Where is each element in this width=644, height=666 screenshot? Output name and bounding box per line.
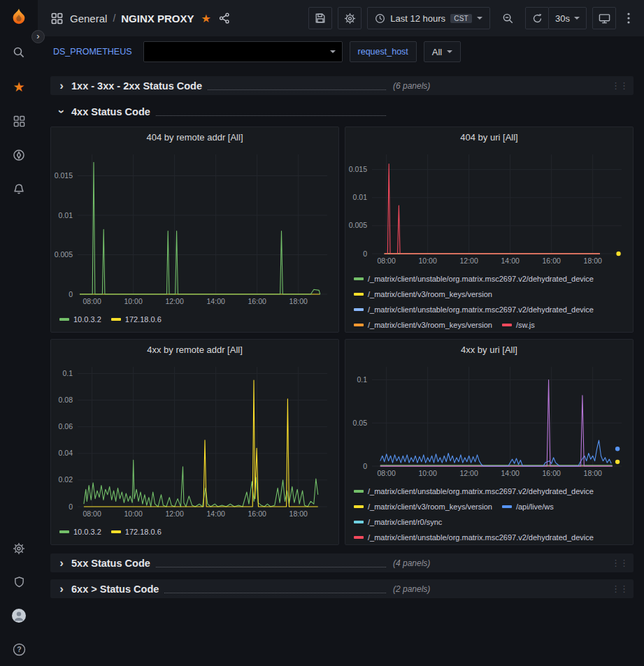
legend-label: /sw.js bbox=[516, 319, 535, 331]
panel-title[interactable]: 4xx by uri [All] bbox=[345, 340, 633, 361]
panel-title[interactable]: 4xx by remote addr [All] bbox=[51, 340, 338, 361]
row-drag-handle[interactable]: ⋮⋮ bbox=[611, 80, 628, 91]
datasource-variable-label[interactable]: DS_PROMETHEUS bbox=[49, 43, 136, 61]
row-1xx-3xx-2xx[interactable]: › 1xx - 3xx - 2xx Status Code (6 panels)… bbox=[50, 76, 634, 95]
panel-legend: /_matrix/client/unstable/org.matrix.msc2… bbox=[345, 479, 633, 544]
tv-mode-button[interactable] bbox=[592, 7, 616, 29]
panel-title[interactable]: 404 by remote addr [All] bbox=[51, 127, 338, 148]
breadcrumb-dashboard-title[interactable]: NGINX PROXY bbox=[121, 13, 194, 24]
timeseries-chart[interactable]: 08:0010:0012:0014:0016:0018:0000.020.040… bbox=[51, 361, 338, 520]
legend-item[interactable]: 10.0.3.2 bbox=[59, 313, 101, 326]
apps-grid-button[interactable] bbox=[49, 10, 64, 26]
legend-item[interactable]: /_matrix/client/r0/sync bbox=[354, 516, 442, 528]
zoom-out-icon bbox=[502, 13, 514, 24]
legend-item[interactable]: /sw.js bbox=[502, 319, 535, 331]
bell-icon bbox=[13, 183, 25, 196]
svg-text:18:00: 18:00 bbox=[289, 509, 308, 518]
svg-text:14:00: 14:00 bbox=[207, 509, 225, 518]
gear-icon bbox=[344, 13, 356, 24]
legend-item[interactable]: /_matrix/client/v3/room_keys/version bbox=[354, 500, 492, 513]
sidebar-item-dashboards[interactable] bbox=[9, 111, 29, 131]
row-dotted-leader bbox=[208, 81, 386, 90]
row-6xx[interactable]: › 6xx > Status Code (2 panels) ⋮⋮ bbox=[50, 579, 634, 598]
sidebar-item-search[interactable] bbox=[9, 43, 29, 62]
legend-label: /_matrix/client/v3/room_keys/version bbox=[368, 500, 492, 513]
panel-title[interactable]: 404 by uri [All] bbox=[345, 127, 633, 148]
grafana-logo[interactable] bbox=[8, 7, 29, 28]
row-5xx[interactable]: › 5xx Status Code (4 panels) ⋮⋮ bbox=[50, 553, 634, 572]
legend-label: /_matrix/client/unstable/org.matrix.msc2… bbox=[368, 531, 594, 544]
legend-swatch bbox=[354, 308, 364, 311]
save-dashboard-button[interactable] bbox=[308, 7, 332, 29]
legend-item[interactable]: 172.18.0.6 bbox=[111, 313, 162, 326]
chevron-down-icon bbox=[330, 50, 336, 53]
svg-text:10:00: 10:00 bbox=[419, 256, 437, 265]
search-icon bbox=[13, 46, 25, 59]
svg-text:08:00: 08:00 bbox=[378, 256, 396, 265]
dashboards-grid-icon bbox=[13, 115, 25, 127]
svg-text:0.1: 0.1 bbox=[357, 375, 367, 384]
gear-icon bbox=[13, 542, 25, 555]
row-drag-handle[interactable]: ⋮⋮ bbox=[611, 584, 628, 594]
refresh-interval-dropdown[interactable]: 30s bbox=[548, 7, 587, 29]
legend-label: /_matrix/client/unstable/org.matrix.msc2… bbox=[368, 303, 594, 316]
star-icon: ★ bbox=[13, 80, 24, 94]
svg-text:0.02: 0.02 bbox=[59, 475, 73, 484]
svg-text:0.005: 0.005 bbox=[55, 250, 73, 259]
sidebar-item-server-admin[interactable] bbox=[9, 572, 29, 592]
timeseries-chart[interactable]: 08:0010:0012:0014:0016:0018:0000.0050.01… bbox=[51, 148, 338, 307]
sidebar-item-configuration[interactable] bbox=[9, 539, 29, 558]
more-options-button[interactable] bbox=[622, 7, 636, 29]
panel-legend: 10.0.3.2172.18.0.6 bbox=[51, 307, 338, 332]
monitor-icon bbox=[599, 13, 610, 24]
sidebar-item-help[interactable]: ? bbox=[9, 639, 29, 659]
row-dotted-leader bbox=[156, 558, 386, 567]
legend-item[interactable]: /_matrix/client/v3/room_keys/version bbox=[354, 288, 492, 301]
dashboard-content: › 1xx - 3xx - 2xx Status Code (6 panels)… bbox=[38, 67, 644, 666]
legend-item[interactable]: 172.18.0.6 bbox=[111, 526, 162, 538]
legend-swatch bbox=[354, 277, 364, 280]
zoom-out-button[interactable] bbox=[496, 7, 520, 29]
svg-text:0.05: 0.05 bbox=[353, 419, 368, 427]
timezone-badge: CST bbox=[450, 14, 472, 23]
row-title: 5xx Status Code bbox=[71, 558, 150, 569]
row-4xx[interactable]: › 4xx Status Code bbox=[50, 102, 634, 121]
svg-text:08:00: 08:00 bbox=[83, 297, 101, 305]
panel-legend: 10.0.3.2172.18.0.6 bbox=[51, 520, 338, 544]
timeseries-chart[interactable]: 08:0010:0012:0014:0016:0018:0000.0050.01… bbox=[345, 148, 633, 267]
share-button[interactable] bbox=[217, 10, 232, 26]
legend-item[interactable]: /_matrix/client/v3/room_keys/version bbox=[354, 319, 492, 331]
legend-label: /_matrix/client/v3/room_keys/version bbox=[368, 288, 492, 301]
svg-text:?: ? bbox=[17, 645, 21, 653]
refresh-icon bbox=[532, 13, 543, 24]
sidebar-item-starred[interactable]: ★ bbox=[9, 77, 29, 96]
host-variable-select[interactable] bbox=[143, 41, 343, 62]
svg-text:10:00: 10:00 bbox=[124, 297, 143, 305]
svg-text:0.005: 0.005 bbox=[349, 221, 367, 229]
refresh-button[interactable] bbox=[525, 7, 549, 29]
sidebar-expand-button[interactable]: › bbox=[31, 30, 45, 43]
sidebar-item-profile[interactable] bbox=[9, 606, 29, 625]
chevron-right-icon: › bbox=[56, 80, 67, 92]
sidebar-item-explore[interactable] bbox=[9, 145, 29, 165]
legend-item[interactable]: /_matrix/client/unstable/org.matrix.msc2… bbox=[354, 273, 594, 285]
row-drag-handle[interactable]: ⋮⋮ bbox=[611, 558, 628, 568]
breadcrumb-section[interactable]: General bbox=[70, 13, 107, 24]
request-host-variable-select[interactable]: All bbox=[424, 41, 461, 62]
time-range-picker[interactable]: Last 12 hours CST bbox=[367, 7, 490, 29]
legend-item[interactable]: 10.0.3.2 bbox=[59, 526, 101, 538]
timeseries-chart[interactable]: 08:0010:0012:0014:0016:0018:0000.050.1 bbox=[345, 361, 633, 479]
help-icon: ? bbox=[13, 643, 26, 656]
legend-item[interactable]: /_matrix/client/unstable/org.matrix.msc2… bbox=[354, 485, 594, 498]
favorite-star-icon[interactable]: ★ bbox=[201, 12, 210, 25]
legend-item[interactable]: /_matrix/client/unstable/org.matrix.msc2… bbox=[354, 303, 594, 316]
legend-item[interactable]: /api/live/ws bbox=[502, 500, 554, 513]
request-host-variable-label[interactable]: request_host bbox=[350, 41, 417, 62]
legend-item[interactable]: /_matrix/client/unstable/org.matrix.msc2… bbox=[354, 531, 594, 544]
svg-text:0.01: 0.01 bbox=[353, 193, 368, 201]
chevron-down-icon bbox=[447, 50, 452, 53]
sidebar-item-alerting[interactable] bbox=[9, 180, 29, 199]
time-range-label: Last 12 hours bbox=[390, 13, 445, 24]
svg-text:14:00: 14:00 bbox=[501, 256, 520, 265]
dashboard-settings-button[interactable] bbox=[338, 7, 362, 29]
